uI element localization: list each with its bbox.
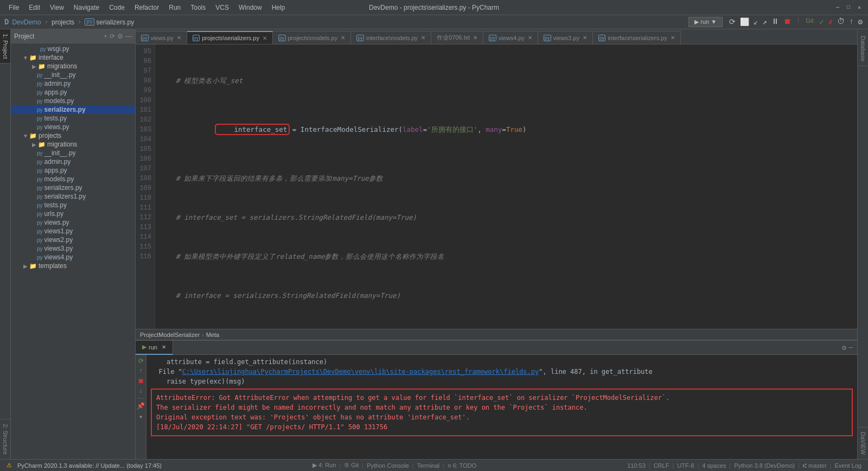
right-tab-database[interactable]: Database: [858, 31, 868, 66]
tree-item-models-p[interactable]: py models.py: [11, 175, 135, 183]
toolbar-icon-4[interactable]: ↗: [762, 16, 768, 28]
output-link[interactable]: C:\Users\liujinghua\PycharmProjects\DevD…: [182, 368, 539, 375]
right-tab-daview[interactable]: DaVIEW: [858, 427, 868, 459]
status-event-log[interactable]: Event Log: [832, 462, 864, 469]
tab-proj-serializers[interactable]: py projects\serializers.py ✕: [187, 31, 273, 44]
minimize-button[interactable]: —: [833, 3, 842, 12]
tab-proj-models[interactable]: py projects\models.py ✕: [273, 31, 351, 44]
maximize-button[interactable]: □: [844, 3, 853, 12]
status-position[interactable]: 110:53: [625, 462, 648, 469]
run-pin-icon[interactable]: 📌: [137, 402, 145, 410]
tree-item-migrations-p[interactable]: ▶ 📁 migrations: [11, 140, 135, 149]
run-stop-icon[interactable]: ⏹: [138, 377, 144, 385]
toolbar-icon-5[interactable]: ⏸: [770, 16, 780, 28]
status-python-console[interactable]: Python Console: [365, 462, 411, 469]
code-text-area[interactable]: # 模型类名小写_set interface_set = InterfaceMo…: [155, 44, 857, 329]
toolbar-icon-3[interactable]: ↙: [752, 16, 759, 28]
run-up-icon[interactable]: ↑: [139, 367, 143, 375]
tree-item-serial-p[interactable]: py serializers.py: [11, 183, 135, 192]
tab-close-zuoye[interactable]: ✕: [473, 35, 477, 41]
menu-help[interactable]: Help: [267, 3, 290, 12]
toolbar-icon-stop[interactable]: ⏹: [782, 16, 792, 28]
menu-view[interactable]: View: [46, 3, 68, 12]
tree-item-apps-p[interactable]: py apps.py: [11, 166, 135, 175]
tree-item-wsgi[interactable]: py wsgi.py: [11, 44, 135, 53]
tree-item-admin-i[interactable]: py admin.py: [11, 79, 135, 88]
code-editor[interactable]: 95 96 97 98 99 100 101 102 103 104 105 1…: [136, 44, 857, 329]
tree-item-views2-p[interactable]: py views2.py: [11, 236, 135, 244]
menu-code[interactable]: Code: [105, 3, 129, 12]
bottom-hide-icon[interactable]: —: [848, 343, 853, 352]
toolbar-icon-1[interactable]: ⟳: [728, 16, 737, 28]
menu-window[interactable]: Window: [234, 3, 266, 12]
tree-item-migrations-i[interactable]: ▶ 📁 migrations: [11, 62, 135, 71]
tree-item-tests-p[interactable]: py tests.py: [11, 201, 135, 209]
close-button[interactable]: ✕: [855, 3, 864, 12]
run-output[interactable]: attribute = field.get_attribute(instance…: [146, 355, 857, 459]
panel-icon-add[interactable]: +: [104, 33, 107, 40]
tab-views[interactable]: py views.py ✕: [136, 31, 187, 44]
tab-close-int-serial[interactable]: ✕: [671, 35, 675, 41]
panel-icon-hide[interactable]: —: [125, 33, 132, 40]
tree-item-templates[interactable]: ▶ 📁 templates: [11, 262, 135, 270]
run-tab-close[interactable]: ✕: [162, 344, 166, 350]
tab-views3[interactable]: py views3.py ✕: [538, 31, 593, 44]
run-rerun-icon[interactable]: ⟳: [138, 357, 144, 365]
breadcrumb-devdemo[interactable]: DevDemo: [12, 18, 41, 26]
panel-icon-gear[interactable]: ⚙: [117, 33, 123, 40]
breadcrumb-class2[interactable]: Meta: [206, 332, 219, 338]
tree-item-init-i[interactable]: py __init__.py: [11, 71, 135, 79]
menu-tools[interactable]: Tools: [186, 3, 210, 12]
run-button[interactable]: ▶ run ▼: [688, 17, 723, 27]
status-indent[interactable]: 4 spaces: [700, 462, 728, 469]
status-run[interactable]: ▶ 4: Run: [310, 462, 338, 469]
panel-icon-sync[interactable]: ⟳: [110, 33, 115, 40]
tab-close-views[interactable]: ✕: [177, 35, 181, 41]
toolbar-icon-hist[interactable]: ⏱: [836, 16, 846, 28]
status-git-branch[interactable]: ⑆ master: [801, 462, 829, 469]
status-git[interactable]: ⑤ Git: [342, 462, 361, 469]
tree-item-views4-p[interactable]: py views4.py: [11, 253, 135, 262]
breadcrumb-class1[interactable]: ProjectModelSerializer: [140, 332, 200, 338]
toolbar-git-x[interactable]: ✗: [827, 16, 834, 28]
menu-run[interactable]: Run: [164, 3, 185, 12]
tree-item-serial1-p[interactable]: py serializers1.py: [11, 192, 135, 201]
tab-zuoye[interactable]: 作业0706.txt ✕: [431, 31, 483, 44]
tree-item-views1-p[interactable]: py views1.py: [11, 227, 135, 236]
status-warning-text[interactable]: PyCharm 2020.1.3 available: // Update...…: [15, 462, 164, 469]
run-fav-icon[interactable]: ★: [139, 412, 143, 421]
status-encoding[interactable]: CRLF: [652, 462, 672, 469]
status-charset[interactable]: UTF-8: [675, 462, 696, 469]
toolbar-icon-push[interactable]: ↑: [848, 16, 854, 28]
tree-item-urls-p[interactable]: py urls.py: [11, 209, 135, 218]
left-tab-project[interactable]: 1: Project: [0, 29, 10, 63]
tree-item-tests-i[interactable]: py tests.py: [11, 114, 135, 123]
tree-item-apps-i[interactable]: py apps.py: [11, 88, 135, 97]
menu-vcs[interactable]: VCS: [211, 3, 233, 12]
tab-close-int-models[interactable]: ✕: [421, 35, 425, 41]
status-todo[interactable]: ≡ 6: TODO: [445, 462, 478, 469]
run-down-icon[interactable]: ↓: [139, 387, 143, 395]
tree-item-views-i[interactable]: py views.py: [11, 123, 135, 131]
tab-int-models[interactable]: py interface\models.py ✕: [351, 31, 431, 44]
tree-item-init-p[interactable]: py __init__.py: [11, 149, 135, 157]
tree-item-views-p[interactable]: py views.py: [11, 218, 135, 227]
tab-close-views3[interactable]: ✕: [583, 35, 587, 41]
tree-item-interface[interactable]: ▼ 📁 interface: [11, 53, 135, 62]
left-tab-structure[interactable]: 2: Structure: [0, 419, 10, 459]
tree-item-views3-p[interactable]: py views3.py: [11, 244, 135, 253]
tree-item-models-i[interactable]: py models.py: [11, 97, 135, 105]
tab-views4[interactable]: py views4.py ✕: [483, 31, 538, 44]
tab-close-proj-models[interactable]: ✕: [341, 35, 345, 41]
status-python[interactable]: Python 3.8 (DevDemo): [732, 462, 797, 469]
status-warning[interactable]: ⚠: [4, 462, 14, 469]
toolbar-icon-2[interactable]: ⬜: [739, 16, 750, 28]
tab-int-serializers[interactable]: py interface\serializers.py ✕: [593, 31, 681, 44]
tree-item-projects[interactable]: ▼ 📁 projects: [11, 131, 135, 140]
menu-navigate[interactable]: Navigate: [69, 3, 104, 12]
bottom-settings-icon[interactable]: ⚙: [842, 343, 846, 352]
tab-close-views4[interactable]: ✕: [528, 35, 532, 41]
tree-item-admin-p[interactable]: py admin.py: [11, 157, 135, 166]
menu-refactor[interactable]: Refactor: [130, 3, 163, 12]
breadcrumb-projects[interactable]: projects: [52, 18, 74, 26]
